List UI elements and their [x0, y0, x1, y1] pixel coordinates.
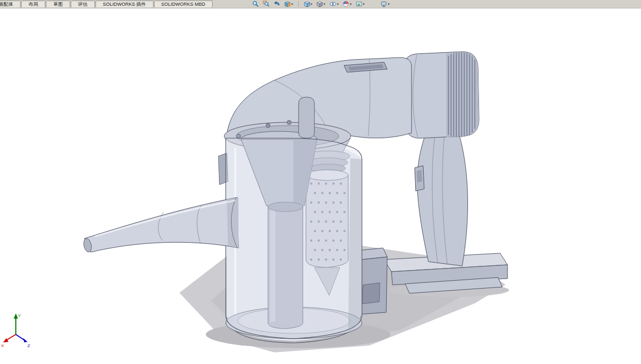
apply-scene-icon[interactable]	[356, 0, 365, 8]
motor-housing[interactable]	[405, 52, 479, 138]
hide-show-items-icon[interactable]	[329, 0, 339, 8]
tab-evaluate[interactable]: 评估	[71, 1, 95, 7]
graphics-area-svg: Y X Z	[0, 8, 641, 364]
toolbar-separator	[298, 1, 299, 7]
section-view-icon[interactable]	[284, 0, 293, 8]
ribbon-bar: 装配体 布局 草图 评估 SOLIDWORKS 插件 SOLIDWORKS MB…	[0, 0, 641, 8]
zoom-to-area-icon[interactable]	[263, 0, 270, 8]
tab-solidworks-addins[interactable]: SOLIDWORKS 插件	[95, 1, 154, 7]
zoom-to-fit-icon[interactable]	[252, 0, 259, 8]
view-orientation-icon[interactable]	[303, 0, 313, 8]
orientation-triad: Y X Z	[1, 313, 30, 348]
graphics-viewport[interactable]: Y X Z	[0, 8, 641, 364]
previous-view-icon[interactable]	[273, 0, 280, 8]
triad-y-label: Y	[18, 313, 21, 318]
edit-appearance-icon[interactable]	[342, 0, 352, 8]
tab-sketch[interactable]: 草图	[46, 1, 70, 7]
dust-cup[interactable]	[218, 97, 362, 343]
view-settings-icon[interactable]	[380, 0, 390, 8]
tab-layout[interactable]: 布局	[21, 1, 45, 7]
handle-grip[interactable]	[415, 134, 468, 266]
display-style-icon[interactable]	[316, 0, 326, 8]
triad-x-label: X	[1, 343, 4, 348]
triad-z-label: Z	[27, 343, 30, 348]
tab-solidworks-mbd[interactable]: SOLIDWORKS MBD	[154, 1, 213, 7]
heads-up-view-toolbar	[252, 0, 390, 8]
nozzle-tube[interactable]	[82, 197, 238, 253]
tab-assembly[interactable]: 装配体	[0, 1, 21, 7]
ribbon-tabs: 装配体 布局 草图 评估 SOLIDWORKS 插件 SOLIDWORKS MB…	[0, 1, 213, 8]
